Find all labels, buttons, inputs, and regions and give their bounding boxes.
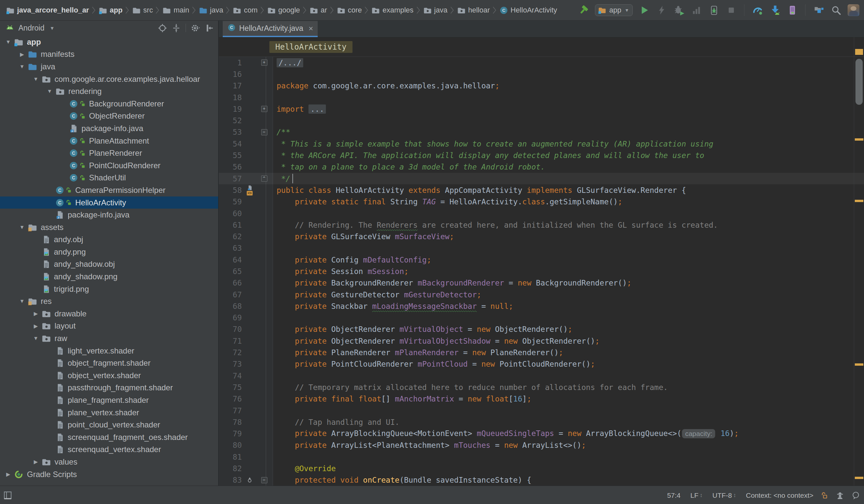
tree-item-trigrid.png[interactable]: trigrid.png [0, 283, 218, 295]
code-line-17[interactable]: 17package com.google.ar.core.examples.ja… [219, 80, 864, 92]
code-line-19[interactable]: 19+import ... [219, 103, 864, 115]
breadcrumb-item-com[interactable]: com [232, 6, 257, 15]
tree-item-com.google.ar.core.examples.java.helloar[interactable]: ▼com.google.ar.core.examples.java.helloa… [0, 73, 218, 85]
breadcrumb-item-helloar[interactable]: helloar [457, 6, 490, 15]
overriding-method-icon[interactable] [247, 476, 252, 484]
tree-item-andy_shadow.obj[interactable]: andy_shadow.obj [0, 258, 218, 271]
tree-item-object_vertex.shader[interactable]: object_vertex.shader [0, 369, 218, 382]
tree-item-CameraPermissionHelper[interactable]: CCameraPermissionHelper [0, 184, 218, 196]
tree-item-manifests[interactable]: ▶manifests [0, 48, 218, 61]
tab-helloaractivity[interactable]: C HelloArActivity.java × [223, 21, 318, 37]
tree-item-plane_vertex.shader[interactable]: plane_vertex.shader [0, 406, 218, 419]
code-line-69[interactable]: 69 [219, 312, 864, 324]
breadcrumb-item-src[interactable]: src [132, 6, 153, 15]
tree-item-object_fragment.shader[interactable]: object_fragment.shader [0, 357, 218, 369]
expand-arrow-icon[interactable]: ▶ [3, 471, 14, 477]
code-line-60[interactable]: 60 [219, 208, 864, 219]
code-line-65[interactable]: 65 private Session mSession; [219, 265, 864, 277]
code-line-74[interactable]: 74 [219, 370, 864, 382]
apply-changes-button[interactable] [656, 4, 668, 16]
tree-item-PlaneRenderer[interactable]: CPlaneRenderer [0, 147, 218, 159]
breadcrumb-item-HelloArActivity[interactable]: CHelloArActivity [499, 6, 557, 15]
code-line-72[interactable]: 72 private PlaneRenderer mPlaneRenderer … [219, 347, 864, 358]
toolwindow-toggle-icon[interactable] [3, 491, 12, 500]
expand-arrow-icon[interactable]: ▶ [30, 459, 41, 465]
hide-panel-icon[interactable] [204, 23, 215, 33]
code-line-53[interactable]: 53−/** [219, 127, 864, 138]
expand-arrow-icon[interactable]: ▶ [30, 311, 41, 317]
tree-item-point_cloud_vertex.shader[interactable]: point_cloud_vertex.shader [0, 419, 218, 431]
fold-marker-icon[interactable]: + [257, 59, 271, 66]
fold-marker-icon[interactable]: − [257, 129, 271, 135]
scrollbar-thumb[interactable] [855, 59, 863, 105]
tree-item-package-info.java[interactable]: Jpackage-info.java [0, 122, 218, 135]
expand-arrow-icon[interactable]: ▼ [44, 88, 55, 94]
code-line-76[interactable]: 76 private final float[] mAnchorMatrix =… [219, 393, 864, 405]
tree-item-HelloArActivity[interactable]: CHelloArActivity [0, 196, 218, 209]
expand-arrow-icon[interactable]: ▶ [16, 51, 27, 58]
code-line-75[interactable]: 75 // Temporary matrix allocated here to… [219, 382, 864, 393]
avd-manager-button[interactable] [752, 4, 764, 16]
tree-item-PointCloudRenderer[interactable]: CPointCloudRenderer [0, 159, 218, 172]
stop-button[interactable] [725, 4, 737, 16]
code-line-56[interactable]: 56 * tap on a plane to place a 3d model … [219, 161, 864, 173]
tree-item-ObjectRenderer[interactable]: CObjectRenderer [0, 110, 218, 122]
code-line-52[interactable]: 52 [219, 115, 864, 126]
event-log-icon[interactable] [852, 491, 860, 500]
code-line-58[interactable]: 58<>public class HelloArActivity extends… [219, 184, 864, 196]
build-button[interactable] [577, 4, 589, 16]
code-line-54[interactable]: 54 * This is a simple example that shows… [219, 138, 864, 149]
code-line-62[interactable]: 62 private GLSurfaceView mSurfaceView; [219, 231, 864, 242]
code-line-73[interactable]: 73 private PointCloudRenderer mPointClou… [219, 358, 864, 370]
fold-minus-icon[interactable]: − [261, 477, 267, 483]
warning-stripe-mark[interactable] [855, 200, 863, 202]
code-line-1[interactable]: 1+/.../ [219, 57, 864, 68]
code-line-71[interactable]: 71 private ObjectRenderer mVirtualObject… [219, 335, 864, 347]
breadcrumb-item-java[interactable]: java [199, 6, 223, 15]
breadcrumb-item-ar[interactable]: ar [310, 6, 327, 15]
settings-gear-icon[interactable] [191, 23, 201, 33]
tree-item-java[interactable]: ▼java [0, 60, 218, 73]
code-line-82[interactable]: 82 @Override [219, 463, 864, 474]
code-line-59[interactable]: 59 private static final String TAG = Hel… [219, 196, 864, 208]
code-line-83[interactable]: 83− protected void onCreate(Bundle saved… [219, 475, 864, 485]
breadcrumb-item-examples[interactable]: examples [371, 6, 413, 15]
tree-item-ShaderUtil[interactable]: CShaderUtil [0, 172, 218, 184]
tree-item-andy_shadow.png[interactable]: andy_shadow.png [0, 271, 218, 283]
code-line-63[interactable]: 63 [219, 242, 864, 254]
fold-end-icon[interactable]: ^ [261, 176, 267, 182]
close-icon[interactable]: × [309, 25, 313, 33]
tree-item-BackgroundRenderer[interactable]: CBackgroundRenderer [0, 98, 218, 110]
code-line-57[interactable]: 57^ */ [219, 173, 864, 184]
related-layout-icon[interactable]: <> [247, 191, 252, 195]
expand-arrow-icon[interactable]: ▼ [16, 225, 27, 230]
tree-item-Gradle-Scripts[interactable]: ▶Gradle Scripts [0, 468, 218, 481]
tree-item-layout[interactable]: ▶layout [0, 320, 218, 333]
tree-item-passthrough_fragment.shader[interactable]: passthrough_fragment.shader [0, 382, 218, 394]
profile-button[interactable] [691, 4, 703, 16]
breadcrumb-item-main[interactable]: main [162, 6, 189, 15]
tree-item-andy.png[interactable]: andy.png [0, 246, 218, 258]
fold-plus-icon[interactable]: + [261, 106, 267, 112]
code-line-67[interactable]: 67 private GestureDetector mGestureDetec… [219, 289, 864, 300]
code-line-70[interactable]: 70 private ObjectRenderer mVirtualObject… [219, 324, 864, 335]
context-indicator[interactable]: Context: <no context> [746, 492, 813, 500]
user-avatar[interactable] [848, 4, 860, 16]
locate-file-icon[interactable] [157, 23, 168, 33]
code-line-18[interactable]: 18 [219, 92, 864, 103]
tree-item-package-info.java[interactable]: Jpackage-info.java [0, 209, 218, 221]
tree-item-res[interactable]: ▼res [0, 295, 218, 308]
tree-item-screenquad_fragment_oes.shader[interactable]: screenquad_fragment_oes.shader [0, 431, 218, 444]
expand-arrow-icon[interactable]: ▼ [30, 76, 41, 82]
attach-debugger-button[interactable] [708, 4, 720, 16]
tree-item-screenquad_vertex.shader[interactable]: screenquad_vertex.shader [0, 444, 218, 456]
tree-item-values[interactable]: ▶values [0, 456, 218, 468]
code-line-81[interactable]: 81 [219, 451, 864, 463]
expand-arrow-icon[interactable]: ▼ [16, 64, 27, 70]
project-view-selector[interactable]: Android [19, 24, 44, 33]
encoding-selector[interactable]: UTF-8↕ [712, 492, 736, 500]
code-line-78[interactable]: 78 // Tap handling and UI. [219, 416, 864, 428]
fold-marker-icon[interactable]: ^ [257, 176, 271, 182]
tree-item-andy.obj[interactable]: andy.obj [0, 233, 218, 246]
code-line-64[interactable]: 64 private Config mDefaultConfig; [219, 254, 864, 265]
